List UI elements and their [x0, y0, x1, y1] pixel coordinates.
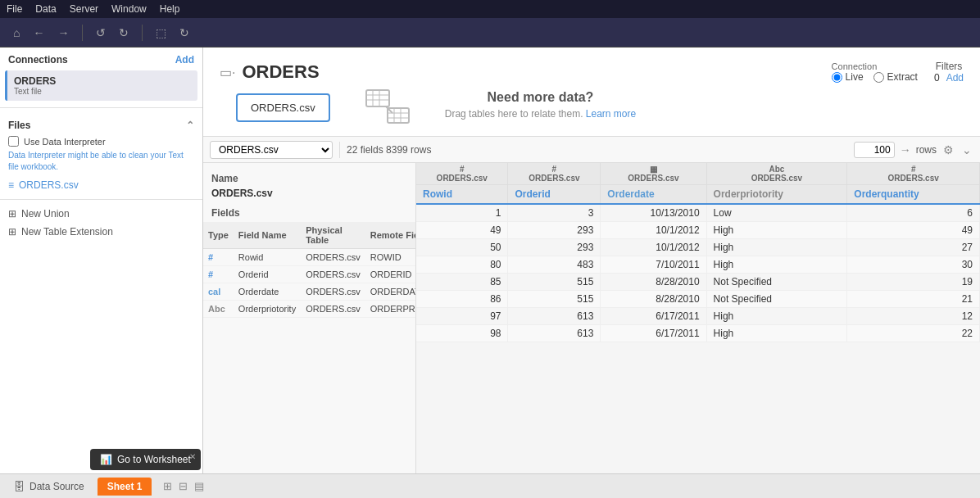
- table-select[interactable]: ORDERS.csv: [210, 141, 333, 159]
- cell-4-0: 85: [416, 274, 508, 291]
- field-name-cell: Orderid: [234, 266, 301, 283]
- file-icon: ≡: [8, 179, 14, 191]
- extract-radio[interactable]: [873, 72, 884, 83]
- toolbar: ⌂ ← → ↺ ↻ ⬚ ↻: [0, 18, 980, 48]
- extract-label: Extract: [887, 71, 918, 83]
- connection-controls: Connection Live Extract: [832, 61, 964, 84]
- page-icon: ▭·: [220, 65, 235, 80]
- cell-3-0: 80: [416, 256, 508, 274]
- cell-6-0: 97: [416, 308, 508, 325]
- divider-1: [0, 107, 202, 108]
- col-name-4: Orderquantity: [847, 185, 980, 205]
- datasource-label: Data Source: [29, 481, 84, 492]
- live-label: Live: [846, 71, 864, 83]
- forward-icon[interactable]: →: [54, 25, 72, 41]
- live-radio[interactable]: [832, 72, 842, 83]
- canvas-area: ▭· ORDERS Connection Live: [203, 48, 980, 137]
- new-table-extension-button[interactable]: ⊞ New Table Extension: [0, 223, 202, 241]
- cell-7-3: High: [706, 325, 847, 342]
- data-interpreter-row: Use Data Interpreter: [0, 134, 202, 148]
- col-name-3: Orderpriotority: [706, 185, 847, 205]
- drag-area: Need more data? Drag tables here to rela…: [445, 84, 636, 129]
- use-data-interpreter-label: Use Data Interpreter: [24, 137, 106, 147]
- sheet1-tab[interactable]: Sheet 1: [98, 478, 152, 496]
- col-header-physical: Physical Table: [301, 222, 365, 249]
- table-row: 976136/17/2011High12: [416, 308, 980, 325]
- filters-add-button[interactable]: Add: [946, 72, 964, 84]
- cell-2-2: 10/1/2012: [601, 239, 706, 256]
- col-source-0: #ORDERS.csv: [416, 163, 508, 185]
- interpreter-note: Data Interpreter might be able to clean …: [0, 148, 202, 176]
- grid-info: 22 fields 8399 rows: [347, 144, 854, 156]
- toolbar-sep-2: [142, 25, 143, 41]
- field-type-cell: #: [203, 249, 234, 266]
- menu-server[interactable]: Server: [70, 3, 98, 15]
- goto-worksheet-popup[interactable]: 📊 Go to Worksheet: [90, 449, 201, 470]
- rows-arrow-icon[interactable]: →: [900, 143, 911, 156]
- grid-sep: [339, 142, 340, 158]
- new-union-button[interactable]: ⊞ New Union: [0, 205, 202, 223]
- home-icon[interactable]: ⌂: [10, 25, 23, 41]
- page-header: ▭· ORDERS Connection Live: [220, 61, 964, 84]
- col-header-field-name: Field Name: [234, 222, 301, 249]
- rows-input[interactable]: [854, 142, 895, 158]
- cell-6-1: 613: [508, 308, 601, 325]
- col-source-2: ▦ORDERS.csv: [601, 163, 706, 185]
- redo-icon[interactable]: ↻: [116, 25, 132, 41]
- grid-expand-icon[interactable]: ⌄: [960, 142, 973, 158]
- cell-4-3: Not Specified: [706, 274, 847, 291]
- data-layout: Name ORDERS.csv Fields Type Field Name P…: [203, 163, 980, 473]
- duplicate-sheet-icon[interactable]: ⊟: [177, 478, 189, 494]
- live-option[interactable]: Live: [832, 71, 864, 83]
- menu-help[interactable]: Help: [160, 3, 180, 15]
- field-type-cell: cal: [203, 283, 234, 301]
- cell-2-4: 27: [847, 239, 980, 256]
- page-title-row: ▭· ORDERS: [220, 61, 320, 83]
- field-remote-cell: ORDERID: [365, 266, 416, 283]
- table-row: 804837/10/2011High30: [416, 256, 980, 274]
- learn-more-link[interactable]: Learn more: [586, 108, 636, 120]
- drag-subtitle-text: Drag tables here to relate them.: [445, 108, 583, 120]
- new-table-ext-label: New Table Extension: [21, 226, 113, 238]
- cell-5-1: 515: [508, 291, 601, 308]
- join-icon: [363, 84, 412, 124]
- extract-option[interactable]: Extract: [873, 71, 918, 83]
- new-union-icon: ⊞: [8, 208, 16, 220]
- grid-settings-icon[interactable]: ⚙: [941, 142, 955, 158]
- bottom-icons: ⊞ ⊟ ▤: [161, 478, 206, 494]
- table-row: 5029310/1/2012High27: [416, 239, 980, 256]
- sheet-options-icon[interactable]: ▤: [193, 478, 206, 494]
- field-name-cell: Orderdate: [234, 283, 301, 301]
- cell-4-1: 515: [508, 274, 601, 291]
- field-name-cell: Rowid: [234, 249, 301, 266]
- back-icon[interactable]: ←: [29, 25, 48, 41]
- files-toggle-icon[interactable]: ⌃: [186, 120, 194, 131]
- name-label: Name: [203, 170, 415, 186]
- cell-5-4: 21: [847, 291, 980, 308]
- cell-1-3: High: [706, 222, 847, 239]
- refresh-icon[interactable]: ↻: [176, 25, 193, 41]
- file-item-orders-csv[interactable]: ≡ ORDERS.csv: [0, 176, 202, 194]
- filters-count: 0: [934, 72, 940, 84]
- bar-chart-icon: 📊: [100, 454, 112, 465]
- table-row: 865158/28/2010Not Specified21: [416, 291, 980, 308]
- left-panel: Connections Add ORDERS Text file Files ⌃…: [0, 48, 203, 473]
- canvas-content: ORDERS.csv: [220, 84, 964, 129]
- fields-table: Type Field Name Physical Table Remote Fi…: [203, 222, 416, 318]
- undo-icon[interactable]: ↺: [93, 25, 109, 41]
- cell-6-4: 12: [847, 308, 980, 325]
- add-sheet-icon[interactable]: ⊞: [161, 478, 174, 494]
- connection-item-orders[interactable]: ORDERS Text file: [5, 70, 197, 101]
- field-physical-cell: ORDERS.csv: [301, 301, 365, 318]
- datasource-tab[interactable]: 🗄 Data Source: [7, 477, 91, 496]
- menu-data[interactable]: Data: [35, 3, 56, 15]
- use-data-interpreter-checkbox[interactable]: [8, 136, 19, 147]
- menu-window[interactable]: Window: [111, 3, 147, 15]
- frame-icon[interactable]: ⬚: [152, 25, 170, 41]
- add-connection-button[interactable]: Add: [175, 54, 194, 66]
- field-physical-cell: ORDERS.csv: [301, 283, 365, 301]
- table-card-orders-csv[interactable]: ORDERS.csv: [236, 93, 330, 122]
- cell-4-4: 19: [847, 274, 980, 291]
- menu-file[interactable]: File: [7, 3, 22, 15]
- cell-0-1: 3: [508, 204, 601, 222]
